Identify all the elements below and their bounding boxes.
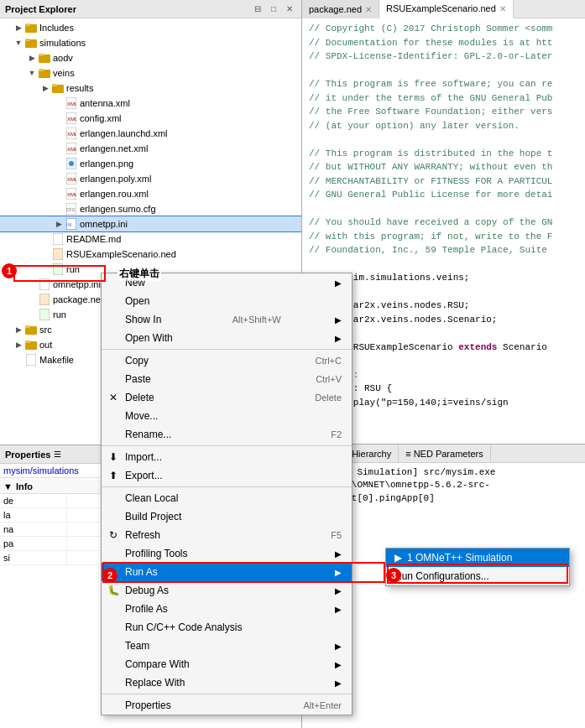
close-tab-icon[interactable]: ✕ [365, 5, 372, 14]
folder-icon [25, 324, 37, 335]
tab-rsu-ned[interactable]: RSUExampleScenario.ned ✕ [379, 0, 514, 18]
code-line [309, 257, 578, 272]
submenu-arrow-icon: ▶ [335, 586, 342, 595]
code-line: // it under the terms of the GNU General… [309, 91, 578, 106]
menu-item-properties[interactable]: Properties Alt+Enter [102, 696, 352, 715]
code-line: // SPDX-License-Identifier: GPL-2.0-or-L… [309, 49, 578, 64]
menu-item-compare-with[interactable]: Compare With ▶ [102, 655, 352, 673]
tree-item-omnetpp-ini[interactable]: ▶ INI omnetpp.ini [0, 216, 301, 231]
ned-file-icon [39, 294, 50, 305]
menu-item-build-project[interactable]: Build Project [102, 507, 352, 526]
tree-item-readme[interactable]: ▶ README.md [0, 231, 301, 247]
tree-item-config-xml[interactable]: ▶ XML config.xml [0, 111, 301, 126]
svg-text:CFG: CFG [66, 207, 76, 212]
annotation-badge-2: 2 [102, 568, 118, 583]
submenu-arrow-icon: ▶ [335, 315, 342, 325]
menu-item-export[interactable]: ⬆ Export... [102, 466, 352, 485]
menu-item-team[interactable]: Team ▶ [102, 637, 352, 655]
ini-file-icon [39, 278, 50, 290]
menu-item-run-as[interactable]: ▶ Run As ▶ [102, 563, 352, 581]
xml-file-icon: XML [65, 173, 77, 185]
code-line [309, 64, 578, 78]
tree-label: results [66, 83, 93, 93]
svg-text:XML: XML [67, 132, 76, 137]
tab-ned-parameters[interactable]: ≡ NED Parameters [399, 445, 491, 463]
code-line: // This program is distributed in the ho… [309, 147, 578, 161]
tree-item-rsu-ned[interactable]: ▶ RSUExampleScenario.ned [0, 247, 301, 262]
tree-item-results[interactable]: ▶ results [0, 81, 301, 96]
menu-label: Build Project [125, 511, 181, 523]
menu-label: Paste [125, 373, 151, 385]
svg-text:XML: XML [67, 101, 76, 107]
project-explorer-title: Project Explorer [5, 4, 76, 14]
tree-item-erlangen-launchd[interactable]: ▶ XML erlangen.launchd.xml [0, 126, 301, 141]
submenu-arrow-icon: ▶ [335, 642, 342, 651]
tree-label: erlangen.png [80, 159, 133, 169]
ini-file-icon: INI [65, 218, 77, 230]
section-expand[interactable]: ▼ [3, 481, 13, 491]
runas-submenu: ▶ 1 OMNeT++ Simulation Run Configuration… [385, 548, 570, 586]
minimize-icon[interactable]: ⊟ [251, 3, 264, 16]
menu-separator [102, 349, 352, 350]
menu-label: Team [125, 640, 149, 652]
tree-item-antenna-xml[interactable]: ▶ XML antenna.xml [0, 96, 301, 111]
svg-rect-29 [53, 248, 63, 260]
folder-icon [25, 37, 37, 49]
omnet-sim-icon: ▶ [394, 552, 402, 564]
tree-label: erlangen.sumo.cfg [80, 204, 156, 214]
shortcut-label: Alt+Enter [286, 700, 342, 710]
menu-item-clean-local[interactable]: Clean Local [102, 489, 352, 507]
tree-label: Includes [39, 23, 74, 33]
close-tab-icon[interactable]: ✕ [499, 4, 506, 13]
menu-item-debug-as[interactable]: 🐛 Debug As ▶ [102, 581, 352, 600]
menu-item-profiling[interactable]: Profiling Tools ▶ [102, 544, 352, 563]
code-line: // but WITHOUT ANY WARRANTY; without eve… [309, 160, 578, 174]
tree-item-simulations[interactable]: ▼ simulations [0, 35, 301, 50]
menu-item-open[interactable]: Open [102, 292, 352, 310]
menu-item-open-with[interactable]: Open With ▶ [102, 329, 352, 347]
tree-item-aodv[interactable]: ▶ aodv [0, 50, 301, 65]
tab-package-ned[interactable]: package.ned ✕ [302, 0, 379, 18]
tree-item-erlangen-poly[interactable]: ▶ XML erlangen.poly.xml [0, 171, 301, 186]
menu-item-refresh[interactable]: ↻ Refresh F5 [102, 526, 352, 544]
menu-item-delete[interactable]: ✕ Delete Delete [102, 388, 352, 407]
menu-item-copy[interactable]: Copy Ctrl+C [102, 351, 352, 370]
maximize-icon[interactable]: □ [267, 3, 280, 16]
svg-rect-9 [52, 84, 57, 86]
menu-item-paste[interactable]: Paste Ctrl+V [102, 370, 352, 388]
svg-rect-38 [26, 354, 36, 366]
import-icon: ⬇ [107, 450, 120, 464]
xml-file-icon: XML [65, 143, 77, 154]
tree-item-erlangen-net[interactable]: ▶ XML erlangen.net.xml [0, 141, 301, 156]
tree-item-veins[interactable]: ▼ veins [0, 65, 301, 81]
menu-separator [102, 486, 352, 487]
svg-rect-37 [25, 341, 30, 343]
menu-separator [102, 445, 352, 446]
menu-item-replace-with[interactable]: Replace With ▶ [102, 673, 352, 692]
tree-item-erlangen-sumo[interactable]: ▶ CFG erlangen.sumo.cfg [0, 201, 301, 216]
submenu-item-omnet-sim[interactable]: ▶ 1 OMNeT++ Simulation [386, 549, 569, 567]
expand-arrow: ▼ [27, 68, 37, 78]
properties-icon: ☰ [54, 450, 61, 459]
menu-label: Refresh [125, 529, 160, 541]
file-icon [52, 233, 64, 245]
section-label: Info [16, 481, 33, 491]
tree-item-erlangen-rou[interactable]: ▶ XML erlangen.rou.xml [0, 186, 301, 201]
tree-item-includes[interactable]: ▶ Includes [0, 20, 301, 35]
menu-item-profile-as[interactable]: Profile As ▶ [102, 600, 352, 618]
tree-item-erlangen-png[interactable]: ▶ erlangen.png [0, 156, 301, 171]
menu-item-rename[interactable]: Rename... F2 [102, 425, 352, 444]
tree-label: package.ned [53, 294, 106, 304]
submenu-item-run-config[interactable]: Run Configurations... [386, 567, 569, 585]
menu-item-import[interactable]: ⬇ Import... [102, 448, 352, 466]
expand-arrow: ▶ [13, 325, 24, 335]
menu-item-run-cpp[interactable]: Run C/C++ Code Analysis [102, 618, 352, 637]
code-line: // MERCHANTABILITY or FITNESS FOR A PART… [309, 174, 578, 189]
shortcut-label: Ctrl+V [299, 374, 342, 384]
refresh-icon: ↻ [107, 528, 120, 542]
menu-item-move[interactable]: Move... [102, 407, 352, 425]
menu-item-show-in[interactable]: Show In Alt+Shift+W ▶ [102, 310, 352, 329]
expand-arrow: ▶ [13, 23, 24, 33]
close-panel-icon[interactable]: ✕ [283, 3, 296, 16]
svg-text:XML: XML [67, 117, 76, 122]
